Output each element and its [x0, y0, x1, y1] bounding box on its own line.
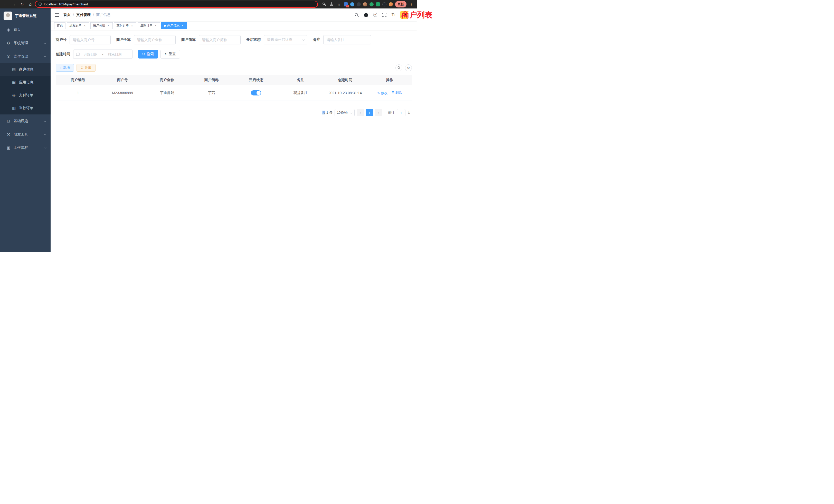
key-icon[interactable]	[322, 2, 327, 7]
extension-icon-3[interactable]	[357, 2, 361, 6]
full-name-input[interactable]	[134, 35, 176, 44]
end-date-input[interactable]	[105, 52, 125, 56]
sidebar-item-label: 商户信息	[19, 67, 46, 72]
sidebar-item-merchant-info[interactable]: ▤ 商户信息	[0, 63, 50, 76]
chevron-up-icon	[44, 56, 46, 58]
field-label: 备注	[313, 38, 320, 42]
status-select[interactable]: 请选择开启状态	[264, 35, 307, 44]
page-number-button[interactable]: 1	[366, 109, 373, 116]
breadcrumb-home[interactable]: 首页	[63, 13, 71, 17]
extension-icon-7[interactable]	[382, 2, 387, 6]
remark-input[interactable]	[323, 35, 371, 44]
forward-icon[interactable]: →	[10, 1, 18, 8]
back-icon[interactable]: ←	[2, 1, 9, 8]
github-icon[interactable]	[363, 12, 369, 18]
pay-order-icon: ◎	[11, 93, 17, 97]
status-toggle[interactable]	[251, 90, 261, 95]
extension-icon-4[interactable]	[363, 2, 367, 6]
extension-icon-2[interactable]	[350, 2, 354, 6]
extension-icon-8[interactable]	[389, 2, 393, 6]
sidebar-item-app-info[interactable]: ▦ 应用信息	[0, 76, 50, 89]
share-icon[interactable]	[329, 2, 334, 7]
edit-pencil-icon: ✎	[377, 91, 380, 95]
extension-icon-5[interactable]	[370, 2, 374, 6]
sidebar-item-infrastructure[interactable]: ⊡ 基础设施	[0, 114, 50, 128]
home-icon[interactable]: ⌂	[27, 1, 34, 8]
cell-merchant-id: 1	[56, 85, 100, 101]
tab-refund-order[interactable]: 退款订单 ×	[138, 22, 160, 29]
total-prefix: 共	[322, 111, 325, 114]
tab-merchant-info[interactable]: 商户信息 ×	[161, 22, 187, 29]
sidebar-item-label: 研发工具	[14, 132, 44, 137]
short-name-input[interactable]	[199, 35, 241, 44]
table-header-row: 商户编号 商户号 商户全称 商户简称 开启状态 备注 创建时间 操作	[56, 75, 412, 85]
next-page-button[interactable]: ›	[375, 109, 382, 116]
tab-process-form[interactable]: 流程表单 ×	[67, 22, 89, 29]
delete-button[interactable]: 删除	[392, 90, 402, 95]
add-button-label: 新增	[63, 65, 70, 70]
sidebar-item-dev-tools[interactable]: ⚒ 研发工具	[0, 128, 50, 141]
app-logo[interactable]: 芋道管理系统	[0, 8, 50, 23]
sidebar-item-payment[interactable]: ¥ 支付管理	[0, 50, 50, 63]
toggle-search-button[interactable]	[395, 64, 402, 71]
column-header: 开启状态	[234, 75, 278, 85]
refresh-table-button[interactable]: ↻	[405, 64, 412, 71]
tab-user-group[interactable]: 用户分组 ×	[90, 22, 113, 29]
export-button[interactable]: ↧ 导出	[76, 64, 95, 72]
sidebar-item-system[interactable]: ⚙ 系统管理	[0, 37, 50, 50]
close-icon[interactable]: ×	[181, 24, 184, 27]
date-range-picker[interactable]: -	[73, 49, 132, 59]
close-icon[interactable]: ×	[130, 24, 134, 27]
sidebar-item-workflow[interactable]: ▣ 工作流程	[0, 141, 50, 155]
search-icon[interactable]	[354, 12, 359, 18]
sidebar-item-label: 基础设施	[14, 119, 44, 123]
cell-actions: ✎ 修改 删除	[368, 85, 412, 101]
page-content: 商户号 商户全称 商户简称 开启状态 请选择开启状态	[50, 30, 417, 252]
chevron-down-icon	[44, 120, 46, 122]
edit-button[interactable]: ✎ 修改	[377, 91, 388, 95]
breadcrumb-payment[interactable]: 支付管理	[76, 13, 91, 17]
tab-pay-order[interactable]: 支付订单 ×	[114, 22, 136, 29]
goto-label: 前往	[388, 110, 395, 115]
user-avatar[interactable]	[400, 11, 408, 19]
main-area: 首页 / 支付管理 / 商户信息 ? TT	[50, 8, 417, 252]
cell-short-name: 芋艿	[189, 85, 234, 101]
extension-icon-6[interactable]	[376, 2, 380, 6]
help-icon[interactable]: ?	[372, 12, 378, 18]
refund-order-icon: ▥	[11, 106, 17, 110]
fullscreen-icon[interactable]	[381, 12, 387, 18]
yen-icon: ¥	[5, 54, 12, 59]
close-icon[interactable]: ×	[83, 24, 87, 27]
reload-icon[interactable]: ↻	[19, 1, 26, 8]
site-info-icon[interactable]: ⓘ	[39, 2, 42, 7]
close-icon[interactable]: ×	[107, 24, 110, 27]
avatar-caret-icon[interactable]	[411, 14, 413, 16]
add-button[interactable]: + 新增	[56, 64, 74, 72]
sidebar-item-label: 支付管理	[14, 54, 44, 59]
chevron-down-icon	[44, 42, 46, 44]
font-size-icon[interactable]: TT	[391, 12, 396, 18]
chevron-down-icon	[44, 133, 46, 136]
gear-icon: ⚙	[5, 41, 12, 45]
browser-menu-icon[interactable]: ⋮	[409, 2, 414, 7]
prev-page-button[interactable]: ‹	[357, 109, 364, 116]
column-header: 商户号	[100, 75, 145, 85]
browser-update-button[interactable]: 更新	[395, 1, 407, 7]
url-bar[interactable]: ⓘ localhost:1024/pay/merchant	[35, 1, 318, 8]
search-button[interactable]: 搜索	[138, 50, 158, 59]
reset-button[interactable]: ↻ 重置	[160, 50, 180, 59]
tab-home[interactable]: 首页	[54, 22, 65, 29]
start-date-input[interactable]	[81, 52, 101, 56]
hamburger-icon[interactable]	[55, 13, 59, 17]
bookmark-star-icon[interactable]: ☆	[336, 2, 342, 7]
merchant-no-input[interactable]	[70, 35, 111, 44]
sidebar-item-refund-order[interactable]: ▥ 退款订单	[0, 101, 50, 114]
sidebar-item-home[interactable]: ◉ 首页	[0, 23, 50, 37]
sidebar-item-pay-order[interactable]: ◎ 支付订单	[0, 89, 50, 101]
close-icon[interactable]: ×	[154, 24, 157, 27]
browser-toolbar: ← → ↻ ⌂ ⓘ localhost:1024/pay/merchant ☆ …	[0, 0, 417, 8]
goto-page-input[interactable]	[397, 109, 405, 116]
page-size-select[interactable]: 10条/页	[334, 109, 355, 116]
extension-icon-1[interactable]: 10	[344, 2, 348, 6]
dashboard-icon: ◉	[5, 27, 12, 32]
